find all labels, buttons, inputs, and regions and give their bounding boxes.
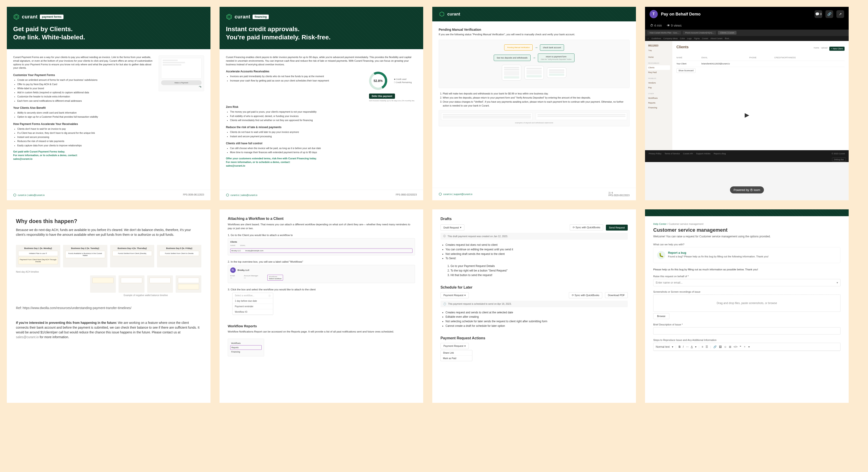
flow-diagram: Pending Manual Verification → check bank… — [439, 39, 629, 88]
sidebar-reqpaid[interactable]: Req Paid — [647, 70, 670, 75]
file-dropzone[interactable]: Drag and drop files, paste screenshots, … — [653, 294, 840, 312]
schedule-note: 🕑This payment request is scheduled to se… — [440, 301, 628, 307]
reference-link: Ref: https://www.dwolla.com/resources/un… — [16, 306, 202, 311]
table-icon[interactable]: ⊞ — [729, 345, 731, 348]
logo-hex-icon — [226, 194, 229, 197]
statement-mockup: examples of deposit and withdrawal state… — [439, 110, 629, 126]
chevron-down-icon: ▾ — [672, 345, 673, 348]
brand: curant — [22, 14, 37, 20]
sidebar: 08112023 Tray Home RECEIVABLES Clients R… — [645, 41, 672, 150]
hero-title-b: One link. White-labeled. — [13, 33, 204, 41]
arrow-right-icon: → — [532, 56, 536, 60]
show-scorecard-button[interactable]: Show Scorecard — [676, 68, 695, 73]
italic-icon[interactable]: I — [683, 345, 683, 348]
svg-marker-2 — [14, 194, 16, 197]
logo-hex-icon — [439, 193, 442, 196]
doc-heading: Why does this happen? — [16, 218, 202, 225]
number-list-icon[interactable]: ☰ — [706, 345, 708, 348]
page-heading: Clients — [676, 45, 688, 49]
views: 👁 9 views — [667, 24, 682, 27]
browse-button[interactable]: Browse — [653, 313, 670, 319]
ach-timeline: Business Day 1 (ie. Monday)Initiated Pla… — [16, 245, 202, 267]
clients-screenshot: Clients NAMEEMAIL Brosky LLCbrosky@examp… — [228, 238, 415, 255]
bug-icon: 🐛 — [657, 251, 665, 259]
link-icon[interactable]: 🔗 — [826, 10, 833, 18]
payment-request-button[interactable]: Payment Request ▾ — [440, 292, 469, 298]
avatar: T — [650, 10, 658, 18]
brochure-financing: curant financing Instant credit approval… — [220, 7, 423, 200]
donut-chart: 52.8% — [367, 70, 389, 92]
bold-icon[interactable]: B — [679, 345, 681, 348]
page-title: Customer service management — [653, 227, 840, 233]
doc-drafts: Drafts Draft Request ▾ ⟳ Sync with Quick… — [432, 209, 636, 403]
sync-qb-button[interactable]: ⟳ Sync with QuickBooks — [569, 292, 602, 298]
chevron-down-icon: ▾ — [460, 226, 461, 229]
link-icon[interactable]: 🔗 — [713, 345, 717, 348]
defer-payment-button: Defer this payment — [369, 93, 395, 99]
sidebar-reports[interactable]: Reports — [647, 100, 670, 105]
sidebar-workflows[interactable]: Workflows — [647, 96, 670, 100]
payment-request-dropdown[interactable]: Payment Request ▾ — [440, 343, 469, 349]
client-overview-screenshot: BLBrosky, LLC Email— Account Manager— Wo… — [228, 265, 415, 283]
svg-marker-0 — [14, 14, 19, 19]
svg-marker-4 — [228, 15, 230, 19]
requester-select[interactable]: Enter name or email...▾ — [653, 279, 840, 286]
workflow-dropdown: Select a workflow... ⓧ 1 day before due … — [232, 293, 273, 315]
make-payment-button: Make a Payment — [161, 80, 202, 85]
sidebar-pay[interactable]: Pay — [647, 85, 670, 90]
logo-hex-icon — [226, 14, 232, 20]
draft-request-button[interactable]: Draft Request ▾ — [440, 225, 464, 231]
svg-marker-1 — [15, 15, 18, 19]
arrow-right-icon: → — [534, 46, 538, 50]
svg-marker-7 — [439, 193, 442, 196]
video-screenshot[interactable]: How Curant Works Plan - Goo...Pivot-Acco… — [645, 30, 849, 200]
request-type-option[interactable]: 🐛 Report a bugFound a bug? Please help u… — [653, 247, 840, 263]
image-icon[interactable]: 🖼 — [719, 345, 722, 348]
debug-bar-button[interactable]: Debug Bar — [832, 157, 846, 161]
send-request-button[interactable]: Send Request — [606, 225, 628, 231]
plus-icon[interactable]: ＋ — [743, 345, 746, 349]
section-heading: Your Clients Also Benefit — [13, 106, 204, 110]
product-tag: payment forms — [40, 14, 63, 19]
play-button-icon[interactable]: ▶ — [739, 107, 755, 123]
info-icon: ⓘ — [443, 235, 446, 238]
quote-icon[interactable]: ❝ — [740, 345, 741, 348]
section-heading: How Payment Forms Accelerate Your Receiv… — [13, 122, 204, 126]
sidebar-clients[interactable]: Clients — [647, 65, 670, 70]
svg-marker-5 — [226, 194, 229, 197]
form-mockup: Make a Payment ↷ — [159, 56, 204, 91]
phone-mockup — [502, 65, 521, 81]
bullet-list-icon[interactable]: ≡ — [702, 345, 703, 348]
download-pdf-button[interactable]: Download PDF — [605, 292, 628, 298]
duration: ⏱ 4 min — [650, 24, 662, 27]
doc-why-happen: Why does this happen? Because we do next… — [7, 209, 211, 403]
svg-marker-3 — [227, 14, 231, 19]
chevron-down-icon: ▾ — [464, 345, 466, 348]
new-client-button[interactable]: + New Client — [829, 47, 844, 51]
phone-mockup — [547, 67, 566, 78]
code-icon[interactable]: </> — [734, 345, 737, 348]
doc-workflow: Attaching a Workflow to a Client Workflo… — [220, 209, 423, 403]
draft-note: ⓘThis draft payment request was created … — [440, 233, 628, 240]
chevron-down-icon: ▾ — [464, 294, 466, 297]
browser-tabs: How Curant Works Plan - Goo...Pivot-Acco… — [645, 30, 849, 36]
rev-code: FPS-3036-06112023 — [183, 194, 204, 197]
external-link-icon[interactable]: ↗ — [836, 10, 844, 18]
loom-video-card: T Pay on Behalf Demo 💬 0 🔗 ↗ ⏱ 4 min 👁 9… — [645, 7, 849, 200]
footer-contact: curant.io | sales@curant.io — [13, 194, 44, 197]
sidebar-screenshot: Workflows Reports Financing — [228, 338, 264, 356]
clock-icon: 🕑 — [443, 302, 446, 305]
sidebar-home[interactable]: Home — [647, 55, 670, 59]
loom-badge: Powered by ⦿ loom — [730, 186, 764, 194]
svg-marker-6 — [440, 12, 444, 17]
emoji-icon[interactable]: ☺ — [724, 345, 727, 348]
text-color-icon[interactable]: A — [691, 345, 693, 348]
rich-text-editor[interactable]: Normal text▾ | B I ⋯ A▾ | ≡ ☰ | 🔗 🖼 ☺ ⊞ … — [653, 343, 840, 351]
description-input[interactable] — [653, 327, 840, 334]
sidebar-vendors[interactable]: Vendors — [647, 81, 670, 85]
sync-qb-button[interactable]: ⟳ Sync with QuickBooks — [570, 225, 603, 231]
sidebar-financing[interactable]: Financing — [647, 106, 670, 110]
hero-title-a: Get paid by Clients. — [13, 26, 72, 33]
comment-icon[interactable]: 💬 0 — [814, 10, 822, 18]
table-row[interactable]: Your Clientbrianclient04112023@curant.io — [676, 61, 844, 67]
